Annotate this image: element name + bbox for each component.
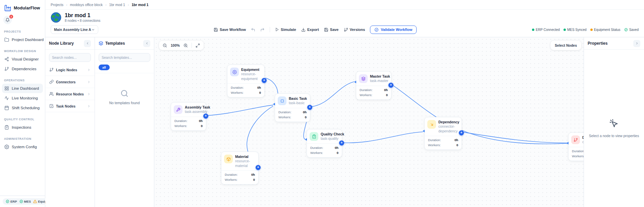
calendar-icon bbox=[4, 106, 9, 110]
edge-dependency-end bbox=[463, 132, 568, 143]
node-clipped-right[interactable]: D c c Duration: Workers: bbox=[568, 132, 584, 161]
breadcrumb-item[interactable]: moddsys office block bbox=[70, 3, 103, 7]
add-connection-button[interactable]: + bbox=[307, 105, 312, 110]
breadcrumb-item-current: 1br mod 1 bbox=[132, 3, 149, 7]
node-subtitle: c c bbox=[582, 140, 584, 144]
templates-empty-message: No templates found bbox=[109, 101, 140, 105]
validate-workflow-button[interactable]: Validate Workflow bbox=[370, 26, 417, 34]
library-category-resource-nodes[interactable]: Resource Nodes bbox=[45, 88, 95, 100]
node-search-input[interactable] bbox=[49, 53, 91, 62]
input-handle[interactable] bbox=[273, 103, 275, 106]
users-icon bbox=[49, 92, 54, 96]
check-circle-icon bbox=[624, 28, 628, 32]
collapse-properties-button[interactable] bbox=[633, 40, 640, 47]
add-connection-button[interactable]: + bbox=[388, 83, 393, 88]
page-header: 1br mod 1 8 nodes • 8 connections Main A… bbox=[45, 10, 644, 37]
wrench-icon bbox=[174, 105, 182, 114]
search-icon bbox=[120, 89, 128, 97]
sidebar-item-project-dashboard[interactable]: Project Dashboard bbox=[2, 35, 43, 44]
node-master-task[interactable]: Master Task task-master Duration:0h Work… bbox=[356, 71, 391, 100]
save-workflow-button[interactable]: Save Workflow bbox=[214, 28, 246, 32]
zoom-out-icon[interactable] bbox=[163, 43, 167, 48]
connection-status-row: ERP Connected MES Synced Equipment Statu… bbox=[532, 28, 639, 32]
undo-button[interactable] bbox=[251, 28, 255, 32]
check-circle-icon bbox=[6, 200, 9, 203]
versions-button[interactable]: Versions bbox=[344, 28, 365, 32]
section-title-projects: PROJECTS bbox=[4, 30, 41, 33]
node-subtitle: task-master bbox=[370, 79, 390, 83]
sidebar-item-label: Project Dashboard bbox=[12, 38, 44, 42]
add-connection-button[interactable]: + bbox=[256, 165, 261, 170]
breadcrumb: Projects › moddsys office block › 1br mo… bbox=[45, 0, 644, 10]
sidebar-item-visual-designer[interactable]: Visual Designer bbox=[2, 54, 43, 64]
redo-button[interactable] bbox=[260, 28, 265, 32]
export-button[interactable]: Export bbox=[301, 28, 319, 32]
notifications-button[interactable]: 2 bbox=[3, 16, 12, 24]
node-title: Master Task bbox=[370, 74, 390, 79]
breadcrumb-item[interactable]: Projects bbox=[51, 3, 63, 7]
workflow-edges bbox=[154, 37, 584, 207]
sidebar-item-shift-scheduling[interactable]: Shift Scheduling bbox=[2, 103, 43, 113]
node-dependency[interactable]: Dependency connector-dependency Duration… bbox=[424, 117, 462, 150]
node-basic-task[interactable]: Basic Task task-basic Duration:0h Worker… bbox=[275, 93, 310, 122]
toolbar-divider bbox=[270, 27, 270, 32]
add-connection-button[interactable]: + bbox=[339, 140, 344, 146]
factory-logo-icon bbox=[4, 4, 11, 12]
status-dot-green bbox=[532, 29, 534, 31]
workflow-canvas[interactable]: 100% Select Nodes bbox=[154, 37, 584, 207]
fit-view-icon[interactable] bbox=[196, 43, 200, 48]
save-button[interactable]: Save bbox=[324, 28, 339, 32]
clipboard-check-icon bbox=[310, 132, 318, 141]
library-category-logic-nodes[interactable]: Logic Nodes bbox=[45, 64, 95, 76]
breadcrumb-item[interactable]: 1br mod 1 bbox=[109, 3, 125, 7]
filter-all-pill[interactable]: all bbox=[99, 65, 110, 70]
download-icon bbox=[301, 28, 306, 32]
chevron-right-icon: › bbox=[66, 3, 67, 7]
select-nodes-button[interactable]: Select Nodes bbox=[550, 41, 581, 50]
input-handle[interactable] bbox=[423, 130, 425, 132]
zoom-level: 100% bbox=[171, 43, 180, 47]
activity-icon bbox=[4, 96, 9, 100]
check-square-icon bbox=[49, 104, 54, 108]
add-connection-button[interactable]: + bbox=[459, 130, 464, 135]
sidebar-item-label: System Config bbox=[12, 145, 37, 149]
simulate-button[interactable]: Simulate bbox=[275, 28, 296, 32]
node-title: Assembly Task bbox=[185, 105, 210, 110]
sidebar-item-label: Visual Designer bbox=[12, 57, 39, 61]
node-title: D bbox=[582, 135, 584, 140]
section-title-quality-control: QUALITY CONTROL bbox=[4, 118, 41, 121]
template-search-input[interactable] bbox=[99, 53, 150, 62]
page-meta: 8 nodes • 8 connections bbox=[65, 19, 100, 23]
arrow-down-right-icon bbox=[427, 120, 436, 129]
library-category-connectors[interactable]: Connectors bbox=[45, 76, 95, 88]
sidebar-item-inspections[interactable]: Inspections bbox=[2, 123, 43, 132]
add-connection-button[interactable]: + bbox=[203, 114, 208, 119]
collapse-templates-button[interactable] bbox=[143, 40, 150, 47]
node-assembly-task[interactable]: Assembly Task task-assembly Duration:0h … bbox=[171, 102, 206, 131]
chevron-right-icon bbox=[87, 80, 91, 84]
mes-synced-status: MES Synced bbox=[564, 28, 587, 32]
collapse-library-button[interactable] bbox=[84, 40, 91, 47]
node-equipment[interactable]: Equipment resource-equipment Duration:0h… bbox=[227, 65, 265, 97]
line-selector[interactable]: Main Assembly Line A bbox=[51, 25, 98, 34]
library-category-task-nodes[interactable]: Task Nodes bbox=[45, 100, 95, 112]
node-material[interactable]: Material resource-material Duration:0h W… bbox=[221, 152, 259, 184]
node-quality-check[interactable]: Quality Check task-quality Duration:0h W… bbox=[307, 129, 342, 158]
node-subtitle: resource-material bbox=[235, 159, 256, 168]
sidebar-item-system-config[interactable]: System Config bbox=[2, 142, 43, 152]
add-connection-button[interactable]: + bbox=[262, 78, 267, 83]
canvas-zoom-controls: 100% bbox=[159, 41, 204, 50]
input-handle[interactable] bbox=[305, 138, 307, 141]
input-handle[interactable] bbox=[354, 81, 356, 83]
square-icon bbox=[278, 96, 286, 105]
input-handle[interactable] bbox=[567, 142, 569, 144]
chevron-right-icon: › bbox=[128, 3, 129, 7]
folder-icon bbox=[4, 37, 9, 42]
node-title: Dependency bbox=[438, 120, 459, 124]
zoom-in-icon[interactable] bbox=[183, 43, 188, 48]
chevron-left-icon bbox=[145, 42, 149, 45]
properties-panel: Properties Select a node to view propert… bbox=[584, 37, 644, 207]
sidebar-item-dependencies[interactable]: Dependencies bbox=[2, 64, 43, 74]
sidebar-item-line-dashboard[interactable]: Line Dashboard bbox=[2, 84, 43, 93]
sidebar-item-live-monitoring[interactable]: Live Monitoring bbox=[2, 93, 43, 103]
